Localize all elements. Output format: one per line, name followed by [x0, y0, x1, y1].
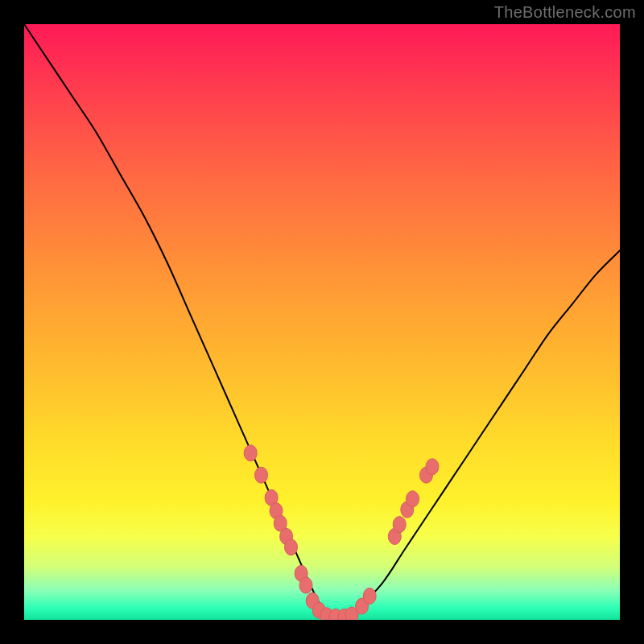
chart-plot-area: [24, 24, 620, 620]
curve-marker: [407, 491, 419, 507]
curve-marker: [244, 445, 257, 461]
curve-marker: [363, 588, 376, 604]
curve-marker: [426, 459, 439, 475]
chart-svg: [24, 24, 620, 620]
curve-marker: [285, 539, 298, 555]
curve-marker: [393, 517, 406, 533]
curve-markers-group: [244, 445, 439, 620]
curve-marker: [299, 577, 312, 593]
curve-marker: [255, 467, 268, 483]
watermark-text: TheBottleneck.com: [494, 3, 636, 22]
bottleneck-curve-line: [24, 24, 620, 618]
